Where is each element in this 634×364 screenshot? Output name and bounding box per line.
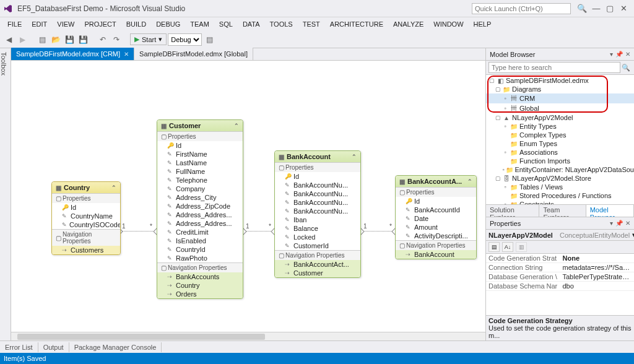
search-icon[interactable]: 🔍 [577,4,587,13]
property-item[interactable]: ✎Company [157,184,243,193]
close-pane-icon[interactable]: ✕ [625,51,630,58]
search-input[interactable] [489,62,620,73]
property-item[interactable]: ✎FullName [157,167,243,176]
property-item[interactable]: ✎Locked [275,233,360,241]
menu-project[interactable]: PROJECT [79,19,121,29]
tree-node-model[interactable]: ▢▲NLayerAppV2Model [486,113,634,122]
close-tab-icon[interactable]: ✕ [124,51,129,58]
menu-build[interactable]: BUILD [121,19,151,29]
save-all-button[interactable]: 💾 [77,33,89,46]
menu-sql[interactable]: SQL [214,19,238,29]
menu-team[interactable]: TEAM [185,19,214,29]
tree-node-crm[interactable]: ▫卌CRM [486,93,634,103]
properties-grid[interactable]: Code Generation StratNone Connection Str… [486,254,634,315]
property-item[interactable]: ✎ActivityDescripti... [396,232,476,240]
collapse-icon[interactable]: ⌃ [352,154,357,160]
collapse-icon[interactable]: ⌃ [234,123,239,129]
property-item[interactable]: ✎FirstName [157,150,243,158]
pin-icon[interactable]: 📌 [615,220,623,227]
dropdown-icon[interactable]: ▾ [610,220,613,227]
property-item[interactable]: ✎BankAccountId [396,206,476,214]
property-item[interactable]: ✎CountryName [52,212,120,220]
menu-view[interactable]: VIEW [52,19,79,29]
tree-node-container[interactable]: ▫📁EntityContainer: NLayerAppV2DataSou [486,165,634,174]
property-row[interactable]: Database Generation \TablePerTypeStrateg… [486,272,634,282]
open-button[interactable]: 📂 [50,33,62,46]
start-debug-button[interactable]: ▶Start ▾ [130,33,167,45]
property-item[interactable]: ✎Amount [396,223,476,232]
horizontal-scrollbar[interactable] [11,332,485,340]
props-pages-button[interactable]: ▥ [516,242,527,252]
property-item[interactable]: ✎BankAccountNu... [275,181,360,189]
config-select[interactable]: Debug [168,33,202,46]
menu-analyze[interactable]: ANALYZE [388,19,428,29]
property-item[interactable]: 🔑Id [52,203,120,212]
tab-error-list[interactable]: Error List [0,342,38,352]
property-item[interactable]: 🔑Id [157,141,243,150]
property-item[interactable]: ✎CreditLimit [157,228,243,236]
quick-launch-input[interactable] [472,3,571,14]
property-item[interactable]: ✎CountryId [157,245,243,254]
menu-data[interactable]: DATA [238,19,265,29]
alpha-sort-button[interactable]: A↓ [502,242,513,252]
nav-property-item[interactable]: ⇢Orders [157,290,243,298]
close-pane-icon[interactable]: ✕ [625,220,630,227]
tab-solution-explorer[interactable]: Solution Explorer [486,205,539,217]
search-icon[interactable]: 🔍 [620,62,632,73]
toolbar-extra-button[interactable]: ▤ [203,33,215,46]
nav-property-item[interactable]: ⇢BankAccountAct... [275,260,360,269]
nav-back-button[interactable]: ◀ [2,33,15,46]
menu-window[interactable]: WINDOW [428,19,468,29]
tree-node-entitytypes[interactable]: ▫📁Entity Types [486,122,634,131]
close-button[interactable]: ✕ [617,4,630,13]
property-item[interactable]: ✎Address_Addres... [157,219,243,228]
property-item[interactable]: ✎Iban [275,215,360,224]
menu-tools[interactable]: TOOLS [265,19,298,29]
property-row[interactable]: Database Schema Nardbo [486,282,634,291]
maximize-button[interactable]: ▢ [603,4,617,13]
undo-button[interactable]: ↶ [97,33,109,46]
property-item[interactable]: ✎Address_City [157,193,243,202]
tree-node-store[interactable]: ▢🗄NLayerAppV2Model.Store [486,174,634,183]
collapse-icon[interactable]: ⌃ [111,184,116,191]
entity-customer[interactable]: ▦Customer⌃ ▢ Properties 🔑Id ✎FirstName ✎… [157,119,243,299]
nav-property-item[interactable]: ⇢BankAccount [396,250,476,259]
property-item[interactable]: ✎BankAccountNu... [275,207,360,215]
entity-bankaccountactivity[interactable]: ▦BankAccountA...⌃ ▢ Properties 🔑Id ✎Bank… [395,175,477,259]
menu-edit[interactable]: EDIT [27,19,52,29]
property-item[interactable]: ✎LastName [157,158,243,167]
tab-output[interactable]: Output [38,342,69,352]
nav-property-item[interactable]: ⇢Country [157,281,243,290]
menu-debug[interactable]: DEBUG [151,19,185,29]
minimize-button[interactable]: ― [589,4,603,13]
nav-property-item[interactable]: ⇢BankAccounts [157,272,243,281]
categorize-button[interactable]: ▤ [489,242,500,252]
pin-icon[interactable]: 📌 [615,51,623,58]
property-item[interactable]: ✎Telephone [157,176,243,184]
property-item[interactable]: ✎Address_ZipCode [157,202,243,210]
property-item[interactable]: ✎Balance [275,224,360,233]
tree-node-enumtypes[interactable]: 📁Enum Types [486,139,634,148]
menu-architecture[interactable]: ARCHITECTURE [325,19,388,29]
redo-button[interactable]: ↷ [110,33,123,46]
tree-node-associations[interactable]: ▫📁Associations [486,148,634,157]
property-item[interactable]: ✎CountryISOCode [52,220,120,229]
tree-node-complextypes[interactable]: 📁Complex Types [486,131,634,139]
menu-test[interactable]: TEST [298,19,325,29]
menu-file[interactable]: FILE [2,19,27,29]
tree-node-constraints[interactable]: ▫📁Constraints [486,200,634,204]
property-item[interactable]: ✎Address_Addres... [157,210,243,219]
property-item[interactable]: ✎IsEnabled [157,236,243,245]
entity-bankaccount[interactable]: ▦BankAccount⌃ ▢ Properties 🔑Id ✎BankAcco… [274,150,361,278]
tree-node-global[interactable]: ▫卌Global [486,103,634,113]
property-item[interactable]: ✎BankAccountNu... [275,198,360,207]
nav-fwd-button[interactable]: ▶ [16,33,28,46]
property-row[interactable]: Connection Stringmetadata=res://*/Sampl [486,263,634,272]
property-item[interactable]: 🔑Id [396,197,476,206]
diagram-canvas[interactable]: 1 * 1 * 1 * ▦Country⌃ ▢ Properties 🔑Id ✎… [11,61,485,332]
properties-object-select[interactable]: NLayerAppV2Model ConceptualEntityModel▾ [486,230,634,241]
property-item[interactable]: ✎Date [396,214,476,223]
tree-node-tables[interactable]: ▫📁Tables / Views [486,183,634,191]
tab-pmc[interactable]: Package Manager Console [69,342,162,352]
tree-node-diagrams[interactable]: ▢📁Diagrams [486,85,634,93]
